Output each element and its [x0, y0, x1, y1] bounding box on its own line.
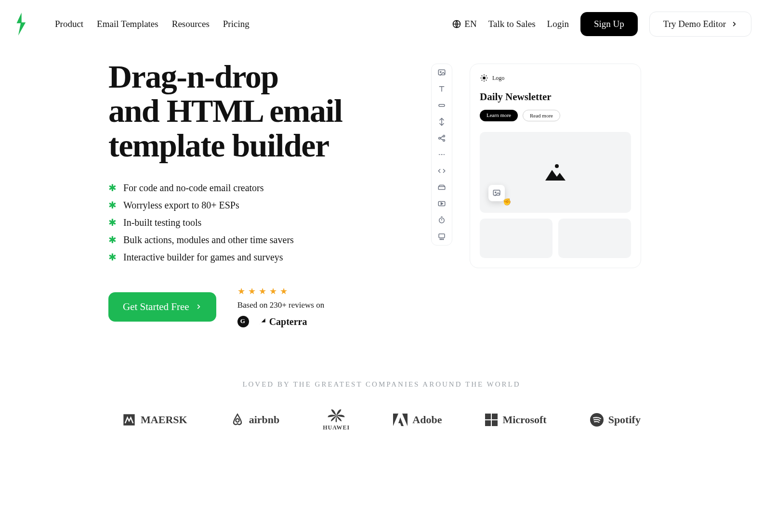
hero-content: Drag-n-drop and HTML email template buil… — [108, 60, 402, 327]
brand-spotify: Spotify — [590, 413, 641, 427]
svg-rect-23 — [492, 420, 498, 426]
microsoft-icon — [485, 414, 498, 426]
video-icon[interactable] — [437, 199, 447, 208]
svg-rect-10 — [439, 234, 445, 238]
language-label: EN — [464, 19, 476, 29]
cta-row: Get Started Free ★ ★ ★ ★ ★ Based on 230+… — [108, 286, 402, 327]
brand-microsoft: Microsoft — [485, 414, 546, 426]
nav-right: EN Talk to Sales Login Sign Up Try Demo … — [452, 12, 751, 37]
get-started-label: Get Started Free — [123, 301, 189, 313]
signup-label: Sign Up — [594, 19, 624, 29]
reviews-text: Based on 230+ reviews on — [237, 300, 325, 310]
brand-label: Spotify — [608, 414, 641, 426]
canvas-learn-more-button[interactable]: Learn more — [480, 110, 518, 121]
brand-logo[interactable] — [12, 10, 30, 39]
feature-item: ✱Worryless export to 80+ ESPs — [108, 199, 402, 211]
star-rating: ★ ★ ★ ★ ★ — [237, 286, 325, 297]
try-demo-button[interactable]: Try Demo Editor — [649, 12, 751, 37]
canvas-placeholder-box[interactable] — [480, 219, 553, 258]
tool-rail — [431, 64, 452, 246]
brand-airbnb: airbnb — [231, 413, 280, 427]
talk-to-sales-link[interactable]: Talk to Sales — [488, 19, 536, 29]
svg-rect-22 — [485, 420, 491, 426]
carousel-icon[interactable] — [437, 232, 447, 241]
canvas-placeholder-box[interactable] — [558, 219, 631, 258]
nav-product[interactable]: Product — [55, 19, 83, 29]
image-icon — [492, 189, 501, 197]
login-link[interactable]: Login — [547, 19, 569, 29]
code-icon[interactable] — [437, 166, 447, 176]
mountains-icon — [544, 163, 566, 182]
chevron-right-icon — [731, 21, 737, 27]
g2-icon — [237, 316, 249, 327]
capterra-icon — [258, 317, 266, 326]
nav-resources[interactable]: Resources — [172, 19, 210, 29]
airbnb-icon — [231, 413, 244, 427]
canvas-read-more-button[interactable]: Read more — [523, 110, 560, 121]
feature-text: Worryless export to 80+ ESPs — [123, 200, 239, 211]
canvas: Logo Daily Newsletter Learn more Read mo… — [470, 64, 641, 268]
hero-title-line1: Drag-n-drop — [108, 58, 278, 95]
svg-point-19 — [236, 418, 239, 422]
asterisk-icon: ✱ — [108, 199, 117, 211]
brand-maersk: MAERSK — [122, 413, 187, 427]
asterisk-icon: ✱ — [108, 217, 117, 228]
feature-item: ✱Bulk actions, modules and other time sa… — [108, 234, 402, 246]
star-icon: ★ — [259, 286, 266, 297]
feature-item: ✱Interactive builder for games and surve… — [108, 251, 402, 263]
adobe-icon — [393, 414, 408, 426]
hero-title-line2: and HTML email — [108, 92, 342, 129]
timer-icon[interactable] — [437, 215, 447, 225]
signup-button[interactable]: Sign Up — [580, 12, 638, 36]
feature-text: Bulk actions, modules and other time sav… — [123, 234, 294, 246]
header: Product Email Templates Resources Pricin… — [0, 0, 763, 48]
asterisk-icon: ✱ — [108, 234, 117, 246]
nav-email-templates[interactable]: Email Templates — [97, 19, 158, 29]
button-icon[interactable] — [437, 101, 447, 110]
image-icon[interactable] — [437, 68, 447, 78]
main-nav: Product Email Templates Resources Pricin… — [55, 19, 250, 29]
text-icon[interactable] — [437, 84, 447, 94]
star-icon: ★ — [269, 286, 277, 297]
canvas-buttons: Learn more Read more — [480, 110, 631, 121]
svg-point-12 — [441, 239, 442, 240]
hero: Drag-n-drop and HTML email template buil… — [0, 48, 763, 366]
social-icon[interactable] — [437, 133, 447, 143]
feature-text: For code and no-code email creators — [123, 182, 264, 194]
feature-list: ✱For code and no-code email creators ✱Wo… — [108, 182, 402, 263]
feature-text: In-built testing tools — [123, 217, 201, 228]
get-started-button[interactable]: Get Started Free — [108, 292, 216, 322]
grab-cursor-icon: ✊ — [503, 198, 511, 206]
star-icon: ★ — [248, 286, 256, 297]
spacer-icon[interactable] — [437, 117, 447, 127]
chevron-right-icon — [195, 303, 202, 310]
language-switcher[interactable]: EN — [452, 19, 476, 29]
editor-preview: Logo Daily Newsletter Learn more Read mo… — [431, 60, 641, 268]
drag-image-chip[interactable] — [488, 185, 505, 201]
hero-title-line3: template builder — [108, 127, 329, 164]
brand-label: Adobe — [412, 414, 442, 426]
brand-label: MAERSK — [141, 414, 187, 426]
brand-adobe: Adobe — [393, 414, 442, 426]
canvas-image-placeholder[interactable]: ✊ — [480, 132, 631, 213]
canvas-title: Daily Newsletter — [480, 91, 631, 103]
canvas-logo-label: Logo — [492, 75, 504, 82]
nav-pricing[interactable]: Pricing — [223, 19, 250, 29]
svg-point-15 — [555, 164, 559, 168]
divider-icon[interactable] — [437, 150, 447, 159]
globe-icon — [452, 19, 461, 29]
huawei-icon — [326, 408, 346, 423]
review-logos: Capterra — [237, 316, 325, 327]
svg-point-17 — [495, 192, 496, 193]
sun-icon — [480, 74, 488, 82]
brand-label: HUAWEI — [323, 424, 350, 431]
svg-rect-20 — [485, 414, 491, 419]
brand-label: airbnb — [249, 414, 280, 426]
hero-title: Drag-n-drop and HTML email template buil… — [108, 60, 402, 163]
columns-icon[interactable] — [437, 182, 447, 192]
capterra-logo: Capterra — [258, 316, 307, 327]
maersk-icon — [122, 413, 136, 427]
canvas-bottom-row — [480, 219, 631, 258]
brand-label: Microsoft — [502, 414, 546, 426]
feature-item: ✱For code and no-code email creators — [108, 182, 402, 194]
